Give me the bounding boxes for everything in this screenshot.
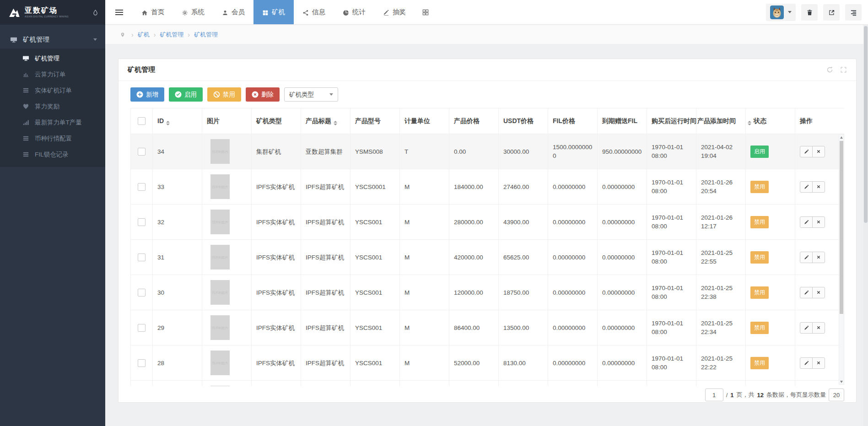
remove-button[interactable] <box>812 322 825 334</box>
sort-icon[interactable] <box>166 121 170 125</box>
cell-usdt-price: 65625.00 <box>499 240 548 275</box>
sidebar-item-fil-lock-records[interactable]: FIL锁仓记录 <box>0 146 105 162</box>
edit-button[interactable] <box>800 146 813 157</box>
breadcrumb-link[interactable]: 矿机 <box>138 31 150 39</box>
row-checkbox[interactable] <box>138 148 146 156</box>
col-status[interactable]: 状态 <box>746 108 795 134</box>
disable-button[interactable]: 禁用 <box>207 87 241 102</box>
cell-model: YSCS001 <box>350 275 400 310</box>
remove-button[interactable] <box>812 287 825 298</box>
row-checkbox[interactable] <box>138 324 146 332</box>
nav-item-home[interactable]: 首页 <box>133 0 173 24</box>
sidebar-item-physical-miner-orders[interactable]: 实体矿机订单 <box>0 82 105 98</box>
sort-icon[interactable] <box>748 121 751 125</box>
cell-run-time: 1970-01-01 08:00 <box>647 169 696 205</box>
sidebar-item-cloud-hashrate-orders[interactable]: 云算力订单 <box>0 66 105 82</box>
chevron-down-icon <box>329 93 333 96</box>
list-icon <box>22 151 29 158</box>
toolbar: 新增 启用 禁用 删除 矿机类型 <box>130 87 844 102</box>
sidebar-toggle-button[interactable] <box>105 0 133 24</box>
share-icon <box>302 8 309 16</box>
sidebar-section-label: 矿机管理 <box>23 35 49 44</box>
edit-button[interactable] <box>800 181 813 193</box>
row-checkbox[interactable] <box>138 359 146 367</box>
row-checkbox[interactable] <box>138 183 146 191</box>
per-page-input[interactable] <box>829 388 844 401</box>
row-checkbox[interactable] <box>138 253 146 261</box>
nav-item-statistics[interactable]: 统计 <box>334 0 374 24</box>
clear-cache-button[interactable] <box>801 4 818 21</box>
col-product-title[interactable]: 产品标题 <box>301 108 350 134</box>
remove-button[interactable] <box>812 252 825 263</box>
scrollbar-thumb[interactable] <box>840 141 843 314</box>
remove-button[interactable] <box>812 146 825 157</box>
enable-button[interactable]: 启用 <box>169 87 203 102</box>
cell-miner-type: IPFS实体矿机 <box>252 240 301 275</box>
table-row: 29 找不到图片 IPFS实体矿机 IPFS超算矿机 YSCS001 M 864… <box>131 310 845 345</box>
open-frontend-button[interactable] <box>823 4 840 21</box>
scroll-up-arrow[interactable] <box>839 135 844 140</box>
fullscreen-icon[interactable] <box>840 66 847 73</box>
cell-fil-price: 0.00000000 <box>548 240 598 275</box>
cell-usdt-price: 6750.00 <box>499 381 548 387</box>
refresh-icon[interactable] <box>826 66 833 73</box>
nav-item-lottery[interactable]: 抽奖 <box>374 0 415 24</box>
sidebar-item-label: 算力奖励 <box>35 102 59 111</box>
nav-item-messages[interactable]: 信息 <box>294 0 334 24</box>
miners-table: ID 图片 矿机类型 产品标题 产品型号 计量单位 产品价格 USDT价格 FI… <box>130 108 844 386</box>
sidebar-item-hashrate-rewards[interactable]: 算力奖励 <box>0 98 105 114</box>
page-scrollbar-thumb[interactable] <box>864 26 868 223</box>
sort-icon[interactable] <box>334 121 337 125</box>
scroll-down-arrow[interactable] <box>839 379 844 384</box>
row-checkbox[interactable] <box>138 218 146 226</box>
remove-button[interactable] <box>812 181 825 193</box>
add-button[interactable]: 新增 <box>130 87 164 102</box>
row-checkbox[interactable] <box>138 289 146 297</box>
page-scrollbar[interactable] <box>863 25 868 426</box>
menu-list-button[interactable] <box>845 4 862 21</box>
col-id[interactable]: ID <box>153 108 202 134</box>
cell-run-time: 1970-01-01 08:00 <box>647 240 696 275</box>
sidebar-item-miner-management[interactable]: 矿机管理 <box>0 50 105 66</box>
user-menu-button[interactable] <box>766 4 796 21</box>
cell-id: 30 <box>153 275 202 310</box>
delete-button[interactable]: 删除 <box>246 87 280 102</box>
nav-item-system[interactable]: 系统 <box>173 0 213 24</box>
nav-item-members[interactable]: 会员 <box>213 0 253 24</box>
col-fil-price: FIL价格 <box>548 108 598 134</box>
total-pages: 1 <box>730 392 733 399</box>
cell-usdt-price: 13500.00 <box>499 310 548 345</box>
brand-title: 亚数矿场 <box>25 7 92 14</box>
sidebar-section-mining[interactable]: 矿机管理 <box>0 30 105 49</box>
brand-area[interactable]: 亚数矿场 ASIAN DIGITAL CURRENCY MINING <box>0 0 105 25</box>
edit-button[interactable] <box>800 216 813 228</box>
remove-button[interactable] <box>812 216 825 228</box>
breadcrumb-link[interactable]: 矿机管理 <box>194 31 218 39</box>
cell-product-title: IPFS超算矿机 <box>301 205 350 240</box>
edit-button[interactable] <box>800 252 813 263</box>
apps-grid-button[interactable] <box>415 0 437 24</box>
cell-fil-price: 0.00000000 <box>548 205 598 240</box>
sidebar-item-label: 矿机管理 <box>35 54 59 63</box>
cell-image: 找不到图片 <box>202 205 252 240</box>
nav-item-miners[interactable]: 矿机 <box>253 0 294 24</box>
breadcrumb-link[interactable]: 矿机管理 <box>160 31 183 39</box>
select-all-checkbox[interactable] <box>138 117 146 125</box>
table-scrollbar[interactable] <box>839 134 844 385</box>
edit-button[interactable] <box>800 287 813 298</box>
main-content: 矿机管理 新增 启用 禁用 <box>105 44 868 426</box>
edit-button[interactable] <box>800 357 813 369</box>
sidebar-item-latest-t-output[interactable]: 最新算力单T产量 <box>0 114 105 130</box>
image-placeholder: 找不到图片 <box>210 174 230 199</box>
water-drop-icon <box>92 8 99 16</box>
remove-button[interactable] <box>812 357 825 369</box>
edit-button[interactable] <box>800 322 813 334</box>
map-marker-icon <box>120 31 125 38</box>
page-number-input[interactable] <box>705 388 723 401</box>
col-price: 产品价格 <box>449 108 499 134</box>
image-placeholder: 找不到图片 <box>210 315 230 340</box>
miner-type-select[interactable]: 矿机类型 <box>284 87 338 102</box>
table-row: 28 找不到图片 IPFS实体矿机 IPFS超算矿机 YSCS001 M 520… <box>131 345 845 381</box>
sidebar-item-coin-market-config[interactable]: 币种行情配置 <box>0 130 105 146</box>
sidebar-item-label: FIL锁仓记录 <box>35 151 69 159</box>
